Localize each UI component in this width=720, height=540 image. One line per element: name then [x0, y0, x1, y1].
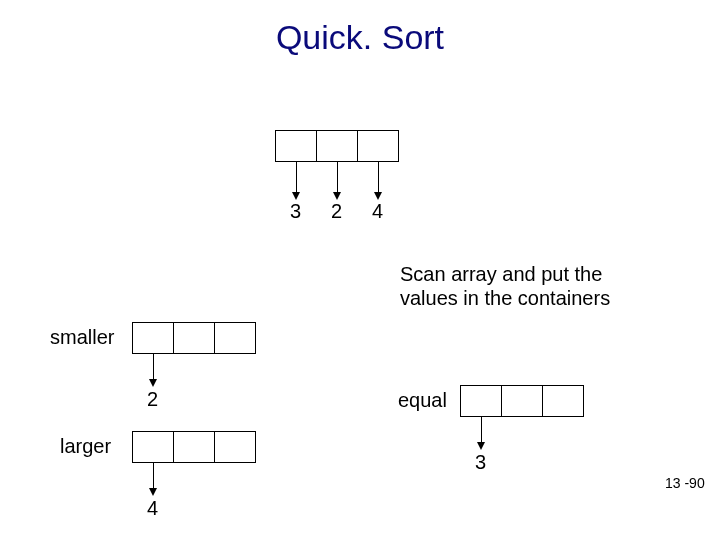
- larger-bucket: [132, 431, 256, 463]
- caption-line: values in the containers: [400, 287, 610, 309]
- bucket-cell: [132, 431, 174, 463]
- source-value: 2: [331, 200, 342, 223]
- bucket-cell: [173, 322, 215, 354]
- bucket-cell: [214, 322, 256, 354]
- caption: Scan array and put the values in the con…: [400, 262, 610, 310]
- smaller-value: 2: [147, 388, 158, 411]
- bucket-cell: [173, 431, 215, 463]
- caption-line: Scan array and put the: [400, 263, 602, 285]
- source-cell: [275, 130, 317, 162]
- bucket-cell: [132, 322, 174, 354]
- label-larger: larger: [60, 435, 111, 458]
- smaller-bucket: [132, 322, 256, 354]
- source-array: [275, 130, 399, 162]
- label-equal: equal: [398, 389, 447, 412]
- source-value: 4: [372, 200, 383, 223]
- bucket-cell: [542, 385, 584, 417]
- bucket-cell: [501, 385, 543, 417]
- larger-value: 4: [147, 497, 158, 520]
- bucket-cell: [460, 385, 502, 417]
- page-number: 13 -90: [665, 475, 705, 491]
- source-cell: [357, 130, 399, 162]
- page-title: Quick. Sort: [0, 18, 720, 57]
- equal-bucket: [460, 385, 584, 417]
- source-cell: [316, 130, 358, 162]
- equal-value: 3: [475, 451, 486, 474]
- bucket-cell: [214, 431, 256, 463]
- source-value: 3: [290, 200, 301, 223]
- label-smaller: smaller: [50, 326, 114, 349]
